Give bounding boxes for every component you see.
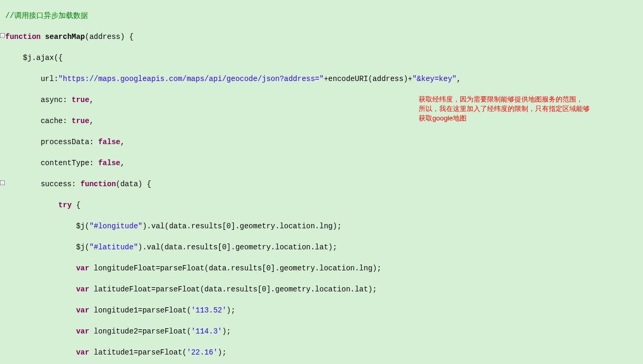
code-line[interactable]: var longitude2=parseFloat('114.3');	[0, 326, 643, 337]
code-text: {	[72, 201, 81, 209]
annotation-line: 获取google地图	[419, 114, 590, 123]
code-text	[5, 306, 76, 315]
keyword: var	[76, 264, 89, 272]
code-text: contentType:	[5, 159, 98, 167]
code-line[interactable]: processData: false,	[0, 137, 643, 147]
code-line[interactable]: var latitudeFloat=parseFloat(data.result…	[0, 284, 643, 295]
code-text: $j.ajax({	[5, 54, 63, 62]
keyword: try	[58, 201, 72, 209]
code-line[interactable]: //调用接口异步加载数据	[0, 11, 643, 21]
code-line[interactable]: $j("#latitude").val(data.results[0].geom…	[0, 242, 643, 252]
code-line[interactable]: -function searchMap(address) {	[0, 32, 643, 42]
code-line[interactable]: - success: function(data) {	[0, 179, 643, 189]
fold-toggle[interactable]: -	[0, 33, 5, 38]
code-line[interactable]: var longitude1=parseFloat('113.52');	[0, 305, 643, 316]
code-text	[5, 264, 76, 272]
annotation-line: 所以，我在这里加入了经纬度的限制，只有指定区域能够	[419, 104, 590, 114]
code-text: +encodeURI(address)+	[324, 75, 412, 83]
code-text: longitude1=parseFloat(	[90, 306, 191, 315]
code-editor[interactable]: //调用接口异步加载数据 -function searchMap(address…	[0, 0, 643, 364]
keyword: var	[76, 306, 89, 315]
code-text: $j(	[5, 222, 90, 230]
keyword: var	[76, 285, 89, 294]
annotation-line: 获取经纬度，因为需要限制能够提供地图服务的范围，	[419, 95, 590, 104]
code-line[interactable]: var longitudeFloat=parseFloat(data.resul…	[0, 263, 643, 274]
string-literal: '113.52'	[191, 306, 226, 315]
code-text	[5, 327, 76, 336]
string-literal: "https://maps.googleapis.com/maps/api/ge…	[58, 75, 324, 83]
code-text: (address) {	[85, 33, 133, 41]
function-name: searchMap	[41, 33, 85, 41]
annotation-overlay: 获取经纬度，因为需要限制能够提供地图服务的范围， 所以，我在这里加入了经纬度的限…	[419, 95, 590, 123]
code-text: longitude2=parseFloat(	[90, 327, 191, 336]
code-text: async:	[5, 96, 72, 104]
fold-toggle[interactable]: -	[0, 180, 5, 185]
code-text: latitude1=parseFloat(	[90, 348, 187, 357]
code-text: longitudeFloat=parseFloat(data.results[0…	[90, 264, 382, 272]
code-text: );	[217, 348, 226, 357]
code-text: ,	[120, 138, 124, 146]
code-text: success:	[5, 180, 81, 188]
code-line[interactable]: $j.ajax({	[0, 53, 643, 63]
code-text: );	[222, 327, 231, 336]
keyword: false	[98, 138, 120, 146]
code-text	[5, 348, 76, 357]
code-line[interactable]: $j("#longitude").val(data.results[0].geo…	[0, 221, 643, 231]
string-literal: "#latitude"	[90, 243, 138, 251]
code-text: ).val(data.results[0].geometry.location.…	[142, 222, 341, 230]
string-literal: "&key=key"	[412, 75, 457, 83]
code-text: ,	[120, 159, 124, 167]
code-text: (data) {	[116, 180, 151, 188]
code-text: ,	[90, 96, 94, 104]
keyword: true	[72, 117, 90, 125]
keyword: function	[81, 180, 116, 188]
code-text	[5, 201, 58, 209]
code-text: latitudeFloat=parseFloat(data.results[0]…	[90, 285, 377, 294]
string-literal: '22.16'	[186, 348, 217, 357]
code-text: ,	[90, 117, 94, 125]
code-text: ).val(data.results[0].geometry.location.…	[138, 243, 337, 251]
string-literal: "#longitude"	[90, 222, 143, 230]
code-line[interactable]: var latitude1=parseFloat('22.16');	[0, 347, 643, 358]
code-text: url:	[5, 75, 58, 83]
comment-text: //调用接口异步加载数据	[5, 12, 88, 20]
code-text: ,	[457, 75, 461, 83]
keyword: true	[72, 96, 90, 104]
keyword: var	[76, 327, 89, 336]
code-text: );	[226, 306, 235, 315]
code-text: $j(	[5, 243, 90, 251]
code-text	[5, 285, 76, 294]
keyword: false	[98, 159, 120, 167]
keyword: function	[5, 33, 41, 41]
code-text: cache:	[5, 117, 72, 125]
code-text: processData:	[5, 138, 98, 146]
code-line[interactable]: contentType: false,	[0, 158, 643, 168]
keyword: var	[76, 348, 89, 357]
code-line[interactable]: url:"https://maps.googleapis.com/maps/ap…	[0, 74, 643, 84]
code-line[interactable]: try {	[0, 200, 643, 210]
string-literal: '114.3'	[191, 327, 222, 336]
